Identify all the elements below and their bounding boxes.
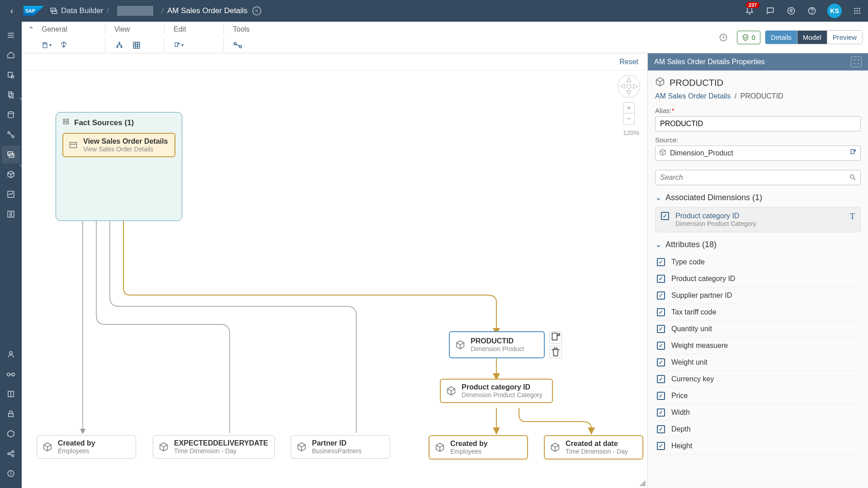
checkbox[interactable]: ✓ (657, 375, 665, 383)
menu-view[interactable]: View (114, 25, 130, 33)
resize-handle[interactable] (639, 480, 646, 486)
nav-db-icon[interactable] (2, 106, 20, 124)
createdby-node[interactable]: Created byEmployees (37, 435, 136, 459)
checkbox[interactable]: ✓ (657, 275, 665, 283)
zoom-in-button[interactable]: + (623, 103, 634, 113)
expdelivery-node[interactable]: EXPECTEDDELIVERYDATETime Dimension - Day (153, 435, 275, 459)
close-tab-button[interactable]: ✕ (252, 6, 261, 15)
checkbox[interactable]: ✓ (657, 425, 665, 433)
attribute-row[interactable]: ✓Product category ID (655, 271, 861, 287)
validation-badge[interactable]: 0 (737, 31, 760, 44)
attribute-row[interactable]: ✓Width (655, 404, 861, 421)
nav-cube-icon[interactable] (2, 165, 20, 183)
checkbox[interactable]: ✓ (661, 212, 669, 220)
table-icon[interactable] (132, 40, 142, 50)
help-icon[interactable] (807, 5, 817, 16)
nav-glasses-icon[interactable] (2, 365, 20, 383)
svg-point-47 (117, 46, 118, 47)
alias-input[interactable] (655, 116, 861, 131)
user-avatar[interactable]: KS (827, 4, 842, 18)
nav-chart-icon[interactable] (2, 185, 20, 203)
checkbox[interactable]: ✓ (657, 308, 665, 316)
checkbox[interactable]: ✓ (657, 258, 665, 266)
view-sales-order-node[interactable]: View Sales Order DetailsView Sales Order… (62, 133, 175, 157)
nav-copy-icon[interactable] (2, 86, 20, 104)
zoom-out-button[interactable]: − (623, 113, 634, 124)
attribute-row[interactable]: ✓Depth (655, 421, 861, 438)
product-category-node[interactable]: Product category IDDimension Product Cat… (440, 379, 553, 403)
checkbox[interactable]: ✓ (657, 291, 665, 300)
expand-panel-button[interactable]: ⛶ (851, 56, 862, 67)
seg-preview[interactable]: Preview (827, 31, 862, 44)
notifications-icon[interactable]: 237 (744, 5, 755, 16)
open-node-button[interactable] (549, 331, 562, 344)
svg-point-4 (788, 8, 795, 14)
delete-node-button[interactable] (549, 346, 562, 358)
breadcrumb-space[interactable] (117, 6, 153, 16)
editor-toolbar: ⌃ General View Edit Tools ▾ ▾ 0 (22, 22, 868, 53)
nav-search-icon[interactable] (2, 66, 20, 84)
cube-icon (446, 386, 456, 396)
nav-home-icon[interactable] (2, 46, 20, 64)
menu-tools[interactable]: Tools (233, 25, 250, 33)
bc-parent[interactable]: AM Sales Order Details (655, 92, 731, 100)
checkbox[interactable]: ✓ (657, 442, 665, 450)
checkbox[interactable]: ✓ (657, 342, 665, 350)
checkbox[interactable]: ✓ (657, 358, 665, 366)
menu-general[interactable]: General (42, 25, 67, 33)
attribute-row[interactable]: ✓Supplier partner ID (655, 287, 861, 304)
attribute-row[interactable]: ✓Quantity unit (655, 321, 861, 338)
fact-sources-group[interactable]: Fact Sources (1) View Sales Order Detail… (56, 112, 182, 221)
breadcrumb-title[interactable]: AM Sales Order Details (167, 6, 248, 15)
checkbox[interactable]: ✓ (657, 392, 665, 400)
svg-point-10 (854, 10, 855, 12)
partner-node[interactable]: Partner IDBusinessPartners (291, 435, 390, 459)
attribute-row[interactable]: ✓Currency key (655, 371, 861, 388)
nav-book-icon[interactable] (2, 385, 20, 403)
notification-badge: 237 (746, 2, 760, 8)
attribute-row[interactable]: ✓Type code (655, 254, 861, 271)
open-source-button[interactable] (849, 149, 857, 158)
createdby2-node[interactable]: Created byEmployees (429, 435, 528, 460)
nav-share-icon[interactable] (2, 445, 20, 463)
attributes-header[interactable]: ⌄ Attributes (18) (655, 239, 861, 249)
svg-point-66 (850, 175, 854, 178)
productid-node[interactable]: PRODUCTIDDimension Product (449, 331, 545, 358)
search-input[interactable] (655, 170, 861, 185)
attribute-row[interactable]: ✓Weight measuere (655, 338, 861, 354)
collapse-toolbar-button[interactable]: ⌃ (28, 25, 37, 34)
nav-package-icon[interactable] (2, 425, 20, 443)
export-button[interactable]: ▾ (174, 40, 184, 50)
attribute-row[interactable]: ✓Tax tariff code (655, 304, 861, 321)
attribute-row[interactable]: ✓Height (655, 438, 861, 455)
discover-icon[interactable] (786, 5, 797, 16)
deploy-button[interactable] (59, 40, 69, 50)
app-grid-icon[interactable] (852, 5, 863, 16)
nav-info-icon[interactable] (2, 465, 20, 483)
nav-user-icon[interactable] (2, 345, 20, 363)
link-icon[interactable] (233, 40, 243, 50)
feedback-icon[interactable] (765, 5, 776, 16)
reset-button[interactable]: Reset (619, 58, 638, 66)
createdat-node[interactable]: Created at dateTime Dimension - Day (544, 435, 643, 460)
assoc-dim-card[interactable]: ✓ Product category ID Dimension Product … (655, 207, 861, 232)
nav-menu-icon[interactable] (2, 26, 20, 44)
nav-lock-icon[interactable] (2, 405, 20, 423)
hierarchy-icon[interactable] (114, 40, 124, 50)
attribute-row[interactable]: ✓Price (655, 388, 861, 404)
checkbox[interactable]: ✓ (657, 325, 665, 333)
pan-compass[interactable] (618, 75, 640, 98)
seg-model[interactable]: Model (797, 31, 827, 44)
menu-edit[interactable]: Edit (174, 25, 186, 33)
breadcrumb-module[interactable]: Data Builder (61, 6, 104, 15)
nav-builder-icon[interactable] (2, 145, 20, 164)
assoc-dim-header[interactable]: ⌄ Associated Dimensions (1) (655, 192, 861, 202)
save-button[interactable]: ▾ (42, 40, 52, 50)
nav-grid-icon[interactable] (2, 205, 20, 223)
checkbox[interactable]: ✓ (657, 408, 665, 417)
nav-flow-icon[interactable] (2, 126, 20, 144)
seg-details[interactable]: Details (765, 31, 797, 44)
attribute-row[interactable]: ✓Weight unit (655, 354, 861, 371)
history-button[interactable] (714, 31, 732, 44)
back-button[interactable]: ‹ (5, 5, 18, 17)
